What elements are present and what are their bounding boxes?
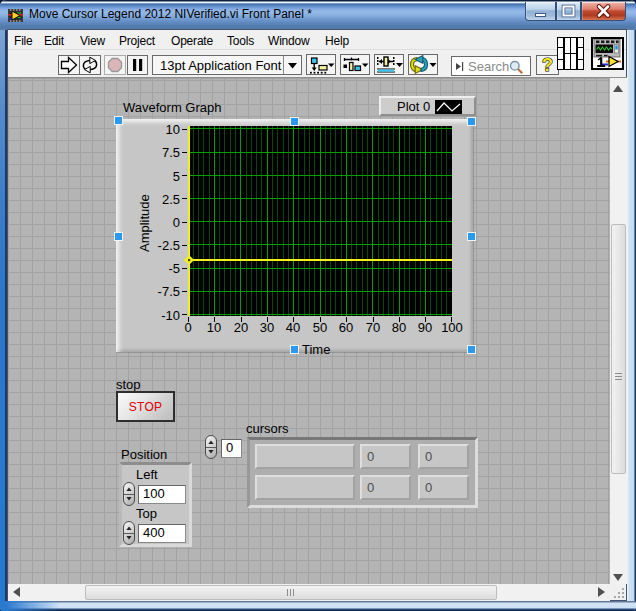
svg-text:Amplitude: Amplitude [137,194,152,252]
svg-text:?: ? [542,56,553,74]
